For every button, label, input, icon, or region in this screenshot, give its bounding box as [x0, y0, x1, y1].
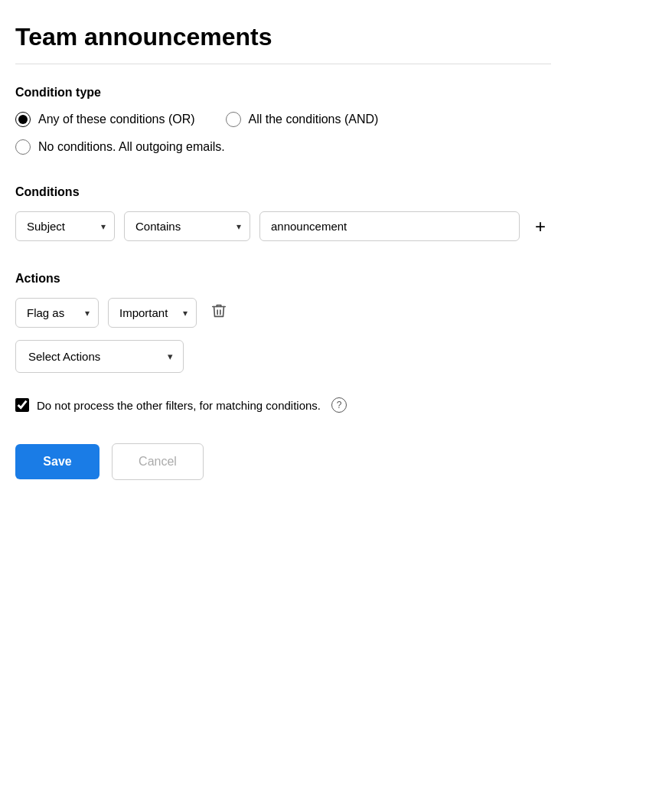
condition-type-label: Condition type	[15, 86, 657, 100]
action-value-select[interactable]: Important Read Unread Starred	[108, 298, 197, 328]
condition-value-input[interactable]	[259, 211, 520, 241]
select-actions-dropdown[interactable]: Select Actions Flag as Move to Mark as D…	[15, 340, 184, 373]
save-button[interactable]: Save	[15, 444, 99, 479]
actions-label: Actions	[15, 272, 657, 286]
trash-icon	[210, 302, 227, 319]
radio-or[interactable]: Any of these conditions (OR)	[15, 112, 195, 127]
action-row: Flag as Move to Mark as Delete Label as …	[15, 298, 657, 328]
select-actions-wrapper: Select Actions Flag as Move to Mark as D…	[15, 340, 184, 373]
subject-select[interactable]: Subject From To Body	[15, 211, 115, 241]
conditions-label: Conditions	[15, 185, 657, 199]
conditions-section: Conditions Subject From To Body ▾ Contai…	[15, 185, 657, 241]
delete-action-button[interactable]	[206, 298, 232, 328]
condition-type-section: Condition type Any of these conditions (…	[15, 86, 657, 155]
operator-select[interactable]: Contains Does not contain Is Is not	[124, 211, 250, 241]
operator-select-wrapper: Contains Does not contain Is Is not ▾	[124, 211, 250, 241]
button-row: Save Cancel	[15, 443, 657, 480]
condition-row: Subject From To Body ▾ Contains Does not…	[15, 211, 657, 241]
cancel-button[interactable]: Cancel	[112, 443, 204, 480]
radio-and[interactable]: All the conditions (AND)	[226, 112, 379, 127]
action-value-select-wrapper: Important Read Unread Starred ▾	[108, 298, 197, 328]
action-type-select-wrapper: Flag as Move to Mark as Delete Label as …	[15, 298, 99, 328]
condition-type-radio-group: Any of these conditions (OR) All the con…	[15, 112, 657, 155]
help-icon[interactable]: ?	[331, 397, 347, 413]
action-type-select[interactable]: Flag as Move to Mark as Delete Label as	[15, 298, 99, 328]
radio-none-input[interactable]	[15, 139, 31, 155]
radio-and-input[interactable]	[226, 112, 241, 127]
radio-row-bottom: No conditions. All outgoing emails.	[15, 139, 657, 155]
radio-none[interactable]: No conditions. All outgoing emails.	[15, 139, 225, 155]
radio-and-label: All the conditions (AND)	[249, 113, 379, 126]
radio-none-label: No conditions. All outgoing emails.	[38, 140, 225, 154]
no-process-label: Do not process the other filters, for ma…	[37, 399, 321, 412]
radio-or-label: Any of these conditions (OR)	[38, 113, 195, 126]
title-divider	[15, 64, 551, 64]
subject-select-wrapper: Subject From To Body ▾	[15, 211, 115, 241]
radio-or-input[interactable]	[15, 112, 31, 127]
no-process-row: Do not process the other filters, for ma…	[15, 397, 657, 413]
no-process-checkbox[interactable]	[15, 398, 29, 412]
radio-row-top: Any of these conditions (OR) All the con…	[15, 112, 657, 127]
actions-section: Actions Flag as Move to Mark as Delete L…	[15, 272, 657, 373]
add-condition-button[interactable]: +	[529, 214, 552, 239]
page-title: Team announcements	[15, 23, 657, 51]
